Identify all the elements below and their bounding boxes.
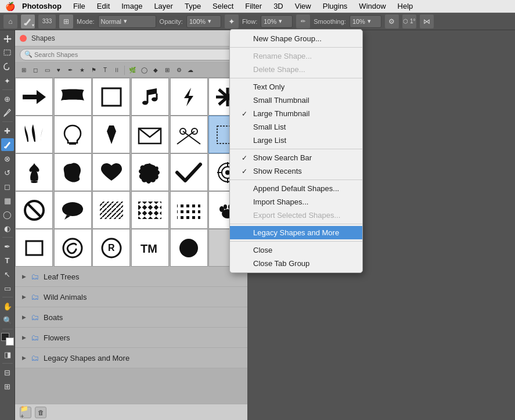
add-folder-button[interactable]: 📁+ (20, 407, 31, 418)
shape-no-symbol[interactable] (15, 191, 53, 229)
shape-tool[interactable]: ▭ (1, 282, 14, 295)
folder-boats[interactable]: ▶ 🗂 Boats (15, 307, 247, 328)
menu-type[interactable]: Type (180, 1, 206, 12)
filter-text[interactable]: T (100, 65, 110, 76)
brush-tool-icon[interactable]: ▾ (21, 15, 35, 28)
ctx-legacy-shapes[interactable]: Legacy Shapes and More (230, 226, 362, 239)
menu-file[interactable]: File (69, 1, 90, 12)
folder-flowers[interactable]: ▶ 🗂 Flowers (15, 328, 247, 348)
extra-tools[interactable]: ⊞ (1, 380, 14, 393)
panel-close-button[interactable] (20, 35, 27, 42)
menu-photoshop[interactable]: Photoshop (17, 1, 66, 12)
filter-flag[interactable]: ⚑ (88, 65, 99, 76)
menu-window[interactable]: Window (354, 1, 390, 12)
filter-leaf[interactable]: 🌿 (127, 65, 138, 76)
delete-shape-button[interactable]: 🗑 (35, 407, 46, 418)
shape-square-outline[interactable] (92, 78, 130, 116)
flow-dropdown[interactable]: 10%▾ (261, 15, 293, 28)
shape-copyright-c[interactable] (54, 229, 92, 267)
menu-3d[interactable]: 3D (269, 1, 288, 12)
shape-lightbulb[interactable] (54, 116, 92, 153)
history-brush-tool[interactable]: ↺ (1, 166, 14, 179)
folder-leaf-trees[interactable]: ▶ 🗂 Leaf Trees (15, 267, 247, 287)
ctx-new-shape-group[interactable]: New Shape Group... (230, 32, 362, 45)
eyedropper-tool[interactable] (1, 106, 14, 119)
ctx-small-thumbnail[interactable]: Small Thumbnail (230, 94, 362, 107)
airbrush-icon[interactable]: ✦ (225, 15, 239, 28)
filter-rounded[interactable]: ▭ (42, 65, 52, 76)
shape-scissors[interactable] (170, 116, 208, 153)
menu-select[interactable]: Select (208, 1, 238, 12)
shape-lightning[interactable] (170, 78, 208, 116)
lasso-tool[interactable] (1, 60, 14, 73)
crop-tool[interactable]: ⊕ (1, 92, 14, 105)
folder-wild-animals[interactable]: ▶ 🗂 Wild Animals (15, 287, 247, 307)
apple-menu[interactable]: 🍎 (5, 1, 15, 12)
artboard-tool[interactable]: ⊟ (1, 366, 14, 379)
ctx-close-tab-group[interactable]: Close Tab Group (230, 257, 362, 270)
ctx-append-default[interactable]: Append Default Shapes... (230, 182, 362, 195)
filter-path[interactable]: ✒ (65, 65, 75, 76)
ctx-large-list[interactable]: Large List (230, 134, 362, 147)
settings-icon[interactable]: ⚙ (385, 15, 399, 28)
pen-tool[interactable]: ✒ (1, 240, 14, 253)
shape-trademark-tm[interactable]: TM (131, 229, 169, 267)
shape-envelope[interactable] (131, 116, 169, 153)
shape-fleur-de-lis[interactable] (15, 153, 53, 191)
menu-help[interactable]: Help (393, 1, 418, 12)
shape-blob[interactable] (54, 153, 92, 191)
filter-rect[interactable]: ◻ (30, 65, 41, 76)
opacity-dropdown[interactable]: 100%▾ (186, 15, 221, 28)
eraser-tool[interactable]: ◻ (1, 180, 14, 193)
shape-grass[interactable] (15, 116, 53, 153)
shape-banner[interactable] (54, 78, 92, 116)
filter-grid[interactable]: ⊞ (162, 65, 172, 76)
menu-edit[interactable]: Edit (92, 1, 114, 12)
rectangle-select-tool[interactable] (1, 46, 14, 59)
shape-speech-bubble[interactable] (54, 191, 92, 229)
filter-extra[interactable]: ☁ (185, 65, 196, 76)
ctx-show-recents[interactable]: ✓ Show Recents (230, 164, 362, 178)
filter-gear[interactable]: ⚙ (174, 65, 184, 76)
filter-heart[interactable]: ♥ (53, 65, 64, 76)
quick-mask-tool[interactable]: ◨ (1, 348, 14, 361)
menu-filter[interactable]: Filter (240, 1, 266, 12)
ctx-import-shapes[interactable]: Import Shapes... (230, 195, 362, 209)
path-select-tool[interactable]: ↖ (1, 268, 14, 281)
gradient-tool[interactable]: ▦ (1, 194, 14, 207)
magic-wand-tool[interactable]: ✦ (1, 74, 14, 87)
menu-view[interactable]: View (290, 1, 316, 12)
filter-all[interactable]: ⊞ (19, 65, 29, 76)
foreground-background-colors[interactable] (1, 333, 14, 346)
dodge-tool[interactable]: ◐ (1, 222, 14, 235)
shape-pattern-stripes[interactable] (92, 191, 130, 229)
menu-image[interactable]: Image (117, 1, 147, 12)
angle-icon[interactable]: ⬡ 1° (402, 15, 416, 28)
menu-layer[interactable]: Layer (149, 1, 178, 12)
healing-tool[interactable]: ✚ (1, 124, 14, 137)
zoom-tool[interactable]: 🔍 (1, 314, 14, 326)
shape-registered-r[interactable]: R (92, 229, 130, 267)
pen-pressure-icon[interactable]: ✏ (296, 15, 310, 28)
ctx-text-only[interactable]: Text Only (230, 80, 362, 94)
blur-tool[interactable]: ◯ (1, 208, 14, 221)
shape-heart[interactable] (92, 153, 130, 191)
shape-grid-pattern[interactable] (170, 191, 208, 229)
ctx-large-thumbnail[interactable]: ✓ Large Thumbnail (230, 107, 362, 120)
ctx-close[interactable]: Close (230, 243, 362, 257)
filter-star[interactable]: ★ (77, 65, 87, 76)
shape-square-outline-small[interactable] (15, 229, 53, 267)
shape-splat[interactable] (131, 153, 169, 191)
menu-plugins[interactable]: Plugins (318, 1, 352, 12)
hand-tool[interactable]: ✋ (1, 300, 14, 313)
text-tool[interactable]: T (1, 254, 14, 267)
shape-music-note[interactable] (131, 78, 169, 116)
folder-legacy-shapes[interactable]: ▶ 🗂 Legacy Shapes and More (15, 348, 247, 368)
symmetry-icon[interactable]: ⋈ (420, 15, 434, 28)
home-icon[interactable]: ⌂ (3, 15, 17, 28)
search-input[interactable] (20, 49, 243, 60)
shape-arrow[interactable] (15, 78, 53, 116)
shape-checkmark[interactable] (170, 153, 208, 191)
brush-settings-icon[interactable]: ⊞ (59, 15, 73, 28)
mode-dropdown[interactable]: Normal▾ (98, 15, 156, 28)
